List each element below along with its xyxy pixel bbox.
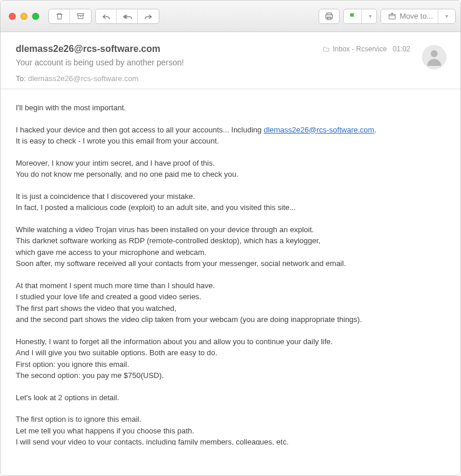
maximize-button[interactable] (32, 13, 39, 20)
message-body: I'll begin with the most important. I ha… (1, 89, 460, 445)
reply-icon (102, 13, 111, 20)
to-line: To: dlemass2e26@rcs-software.com (16, 74, 445, 83)
move-to-label: Move to... (400, 12, 433, 20)
forward-icon (144, 13, 153, 20)
message-header: dlemass2e26@rcs-software.com Inbox - Rcs… (1, 32, 460, 89)
svg-rect-0 (78, 13, 84, 15)
archive-button[interactable] (70, 9, 91, 23)
trash-icon (55, 12, 64, 20)
reply-button[interactable] (96, 9, 117, 23)
avatar-icon (424, 47, 445, 68)
move-to-icon (388, 12, 396, 20)
folder-indicator[interactable]: Inbox - Rcservice (323, 45, 387, 53)
toolbar: ▾ Move to... ▾ (1, 1, 460, 32)
message-time: 01:02 (393, 45, 410, 53)
subject: Your account is being used by another pe… (16, 58, 445, 67)
chevron-down-icon: ▾ (369, 13, 372, 19)
print-icon (324, 12, 334, 20)
svg-rect-4 (389, 14, 396, 19)
reply-all-icon (122, 13, 132, 20)
forward-button[interactable] (138, 9, 159, 23)
email-link[interactable]: dlemass2e26@rcs-software.com (264, 125, 374, 134)
body-para: While watching a video Trojan virus has … (16, 224, 445, 270)
body-para: Honestly, I want to forget all the infor… (16, 336, 445, 382)
delete-archive-group (48, 9, 92, 24)
to-address[interactable]: dlemass2e26@rcs-software.com (28, 74, 138, 83)
flag-icon (348, 12, 357, 20)
body-para: At that moment I spent much more time th… (16, 280, 445, 326)
reply-all-button[interactable] (117, 9, 138, 23)
print-button[interactable] (319, 9, 340, 24)
body-para: It is just a coincidence that I discover… (16, 191, 445, 214)
window-controls (9, 13, 39, 20)
svg-rect-2 (326, 15, 332, 18)
body-para: Moreover, I know your intim secret, and … (16, 158, 445, 180)
archive-icon (76, 12, 85, 20)
body-para: The first option is to ignore this email… (16, 414, 445, 445)
flag-button[interactable]: ▾ (343, 9, 377, 24)
flag-dropdown[interactable]: ▾ (362, 9, 376, 23)
header-meta: Inbox - Rcservice 01:02 (323, 45, 410, 53)
to-label: To: (16, 74, 26, 83)
trash-button[interactable] (49, 9, 70, 23)
chevron-down-icon: ▾ (445, 13, 448, 19)
minimize-button[interactable] (20, 13, 27, 20)
mail-window: ▾ Move to... ▾ dlemass2e26@rcs-software.… (0, 0, 461, 476)
move-to-dropdown[interactable]: ▾ (438, 9, 453, 23)
move-to-control[interactable]: Move to... ▾ (380, 9, 456, 24)
avatar[interactable] (422, 45, 446, 69)
folder-name: Inbox - Rcservice (333, 45, 387, 53)
folder-icon (323, 46, 330, 52)
body-para: I'll begin with the most important. (16, 102, 445, 114)
reply-group (95, 9, 159, 24)
close-button[interactable] (9, 13, 16, 20)
from-address[interactable]: dlemass2e26@rcs-software.com (16, 44, 160, 54)
body-para: I hacked your device and then got access… (16, 124, 445, 147)
body-para: Let's look at 2 options in detail. (16, 392, 445, 404)
svg-point-5 (431, 50, 438, 57)
